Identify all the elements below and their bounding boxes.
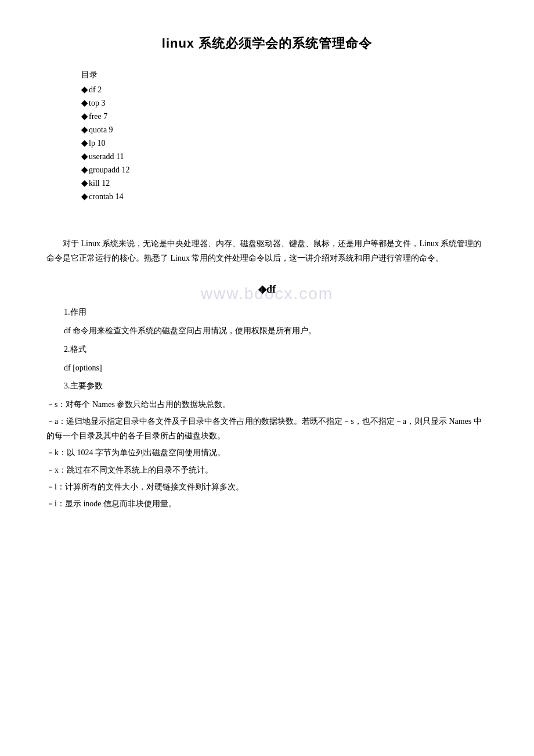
df-param-i-text: －i：显示 inode 信息而非块使用量。 (46, 499, 176, 508)
df-sub2-content: df [options] (64, 361, 488, 375)
df-heading-diamond: ◆ (258, 283, 266, 295)
toc-diamond-useradd: ◆ (81, 152, 88, 161)
df-param-x-text: －x：跳过在不同文件系统上的目录不予统计。 (46, 466, 213, 474)
toc-text-crontab: crontab 14 (89, 192, 123, 201)
toc-item-kill: ◆ kill 12 (81, 178, 488, 188)
toc-item-useradd: ◆ useradd 11 (81, 152, 488, 161)
page-title: linux 系统必须学会的系统管理命令 (46, 35, 488, 52)
toc-diamond-lp: ◆ (81, 138, 88, 148)
df-param-l: －l：计算所有的文件大小，对硬链接文件则计算多次。 (46, 480, 488, 494)
toc-diamond-free: ◆ (81, 111, 88, 121)
toc-item-lp: ◆ lp 10 (81, 138, 488, 148)
toc-item-free: ◆ free 7 (81, 111, 488, 121)
df-sub1-heading: 1.作用 (64, 307, 488, 318)
toc-diamond-top: ◆ (81, 98, 88, 108)
df-param-a: －a：递归地显示指定目录中各文件及子目录中各文件占用的数据块数。若既不指定－s，… (46, 414, 488, 443)
df-param-s-text: －s：对每个 Names 参数只给出占用的数据块总数。 (46, 400, 230, 409)
toc-item-crontab: ◆ crontab 14 (81, 192, 488, 201)
toc-diamond-df: ◆ (81, 85, 88, 95)
df-params: －s：对每个 Names 参数只给出占用的数据块总数。 －a：递归地显示指定目录… (46, 397, 488, 511)
toc-text-quota: quota 9 (89, 125, 113, 135)
toc-text-df: df 2 (89, 85, 102, 95)
toc-diamond-kill: ◆ (81, 178, 88, 188)
toc-diamond-groupadd: ◆ (81, 165, 88, 175)
toc-item-top: ◆ top 3 (81, 98, 488, 108)
df-param-s: －s：对每个 Names 参数只给出占用的数据块总数。 (46, 397, 488, 412)
intro-text: 对于 Linux 系统来说，无论是中央处理器、内存、磁盘驱动器、键盘、鼠标，还是… (46, 236, 488, 265)
toc-section: 目录 ◆ df 2 ◆ top 3 ◆ free 7 ◆ quota 9 ◆ l… (81, 70, 488, 201)
df-param-l-text: －l：计算所有的文件大小，对硬链接文件则计算多次。 (46, 483, 244, 491)
df-param-a-text: －a：递归地显示指定目录中各文件及子目录中各文件占用的数据块数。若既不指定－s，… (46, 417, 482, 440)
toc-text-useradd: useradd 11 (89, 152, 124, 161)
toc-label: 目录 (81, 70, 488, 80)
toc-item-groupadd: ◆ groupadd 12 (81, 165, 488, 175)
toc-item-df: ◆ df 2 (81, 85, 488, 95)
toc-item-quota: ◆ quota 9 (81, 125, 488, 135)
df-param-k-text: －k：以 1024 字节为单位列出磁盘空间使用情况。 (46, 448, 225, 457)
df-param-k: －k：以 1024 字节为单位列出磁盘空间使用情况。 (46, 445, 488, 460)
df-param-x: －x：跳过在不同文件系统上的目录不予统计。 (46, 463, 488, 477)
df-sub1-content: df 命令用来检查文件系统的磁盘空间占用情况，使用权限是所有用户。 (64, 323, 488, 338)
toc-diamond-crontab: ◆ (81, 192, 88, 201)
toc-text-groupadd: groupadd 12 (89, 165, 129, 175)
df-sub3-heading: 3.主要参数 (64, 381, 488, 391)
toc-text-free: free 7 (89, 112, 107, 121)
toc-text-lp: lp 10 (89, 139, 105, 148)
df-param-i: －i：显示 inode 信息而非块使用量。 (46, 496, 488, 511)
df-sub2-heading: 2.格式 (64, 344, 488, 355)
df-heading: ◆df (46, 283, 488, 296)
df-heading-text: df (266, 283, 276, 295)
page-container: linux 系统必须学会的系统管理命令 目录 ◆ df 2 ◆ top 3 ◆ … (0, 0, 534, 756)
toc-diamond-quota: ◆ (81, 125, 88, 135)
toc-text-top: top 3 (89, 99, 105, 108)
toc-text-kill: kill 12 (89, 179, 110, 188)
